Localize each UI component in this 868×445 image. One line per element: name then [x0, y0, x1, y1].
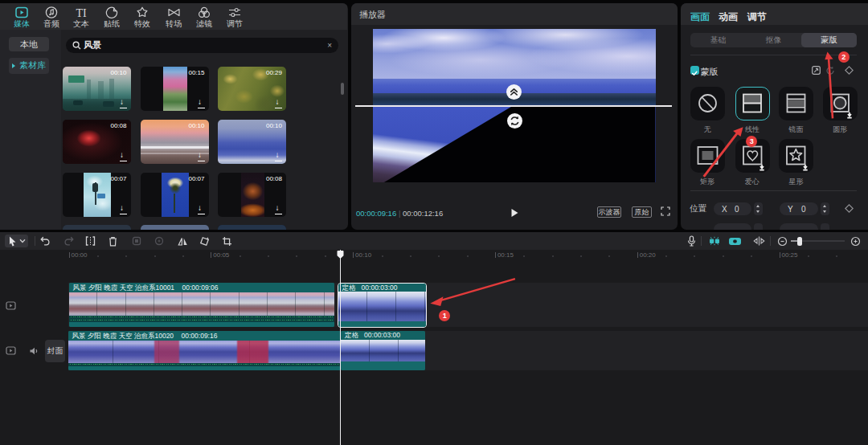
svg-text:TI: TI: [76, 6, 87, 18]
